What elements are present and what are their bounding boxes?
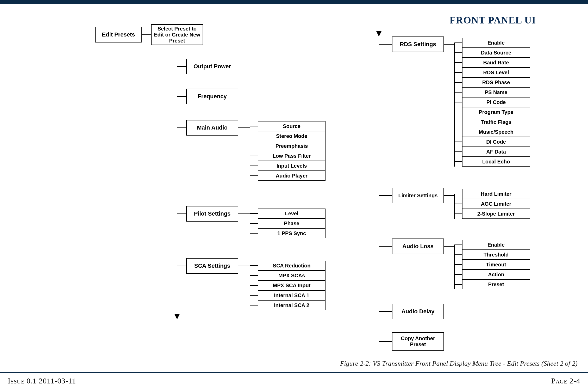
limiter-item: Hard Limiter [462, 189, 530, 199]
bottom-bar [0, 372, 588, 373]
rds-settings-box: RDS Settings [392, 36, 444, 52]
main-audio-item: Audio Player [258, 171, 326, 181]
pilot-item: Level [258, 209, 326, 218]
audio-loss-item: Timeout [462, 260, 530, 270]
rds-item: Local Echo [462, 157, 530, 167]
audio-loss-item: Threshold [462, 250, 530, 260]
rds-item: Music/Speech [462, 127, 530, 137]
figure-caption: Figure 2-2: VS Transmitter Front Panel D… [340, 360, 578, 368]
output-power-box: Output Power [186, 59, 238, 74]
limiter-item: 2-Slope Limiter [462, 209, 530, 219]
rds-item: AF Data [462, 147, 530, 157]
main-audio-item: Source [258, 121, 326, 131]
page-number: Page 2-4 [551, 376, 580, 385]
audio-loss-item: Enable [462, 240, 530, 250]
rds-item: RDS Level [462, 68, 530, 77]
sca-item: MPX SCAs [258, 271, 326, 280]
rds-item: PI Code [462, 97, 530, 107]
rds-item: Data Source [462, 48, 530, 58]
issue-label: Issue 0.1 2011-03-11 [8, 376, 76, 385]
select-preset-box: Select Preset to Edit or Create New Pres… [151, 24, 203, 45]
audio-loss-item: Action [462, 270, 530, 279]
pilot-settings-box: Pilot Settings [186, 206, 238, 222]
sca-item: SCA Reduction [258, 261, 326, 271]
rds-item: Enable [462, 38, 530, 48]
pilot-item: 1 PPS Sync [258, 228, 326, 238]
limiter-settings-box: Limiter Settings [392, 188, 444, 203]
audio-loss-item: Preset [462, 279, 530, 289]
limiter-item: AGC Limiter [462, 199, 530, 209]
copy-preset-box: Copy Another Preset [392, 332, 444, 351]
rds-item: Baud Rate [462, 58, 530, 68]
main-audio-item: Input Levels [258, 161, 326, 171]
sca-settings-box: SCA Settings [186, 258, 238, 274]
frequency-box: Frequency [186, 89, 238, 104]
pilot-item: Phase [258, 218, 326, 228]
main-audio-box: Main Audio [186, 120, 238, 136]
page: FRONT PANEL UI Edit Presets Select Prese… [0, 0, 588, 391]
rds-item: Traffic Flags [462, 117, 530, 127]
edit-presets-box: Edit Presets [95, 27, 142, 42]
page-title: FRONT PANEL UI [450, 14, 536, 26]
sca-item: Internal SCA 2 [258, 300, 326, 310]
rds-item: DI Code [462, 137, 530, 147]
sca-item: Internal SCA 1 [258, 290, 326, 300]
main-audio-item: Low Pass Filter [258, 151, 326, 161]
sca-item: MPX SCA Input [258, 280, 326, 290]
rds-item: RDS Phase [462, 77, 530, 87]
audio-delay-box: Audio Delay [392, 304, 444, 319]
audio-loss-box: Audio Loss [392, 239, 444, 254]
rds-item: PS Name [462, 87, 530, 97]
main-audio-item: Stereo Mode [258, 131, 326, 141]
top-bar [0, 0, 588, 4]
main-audio-item: Preemphasis [258, 141, 326, 151]
rds-item: Program Type [462, 107, 530, 117]
